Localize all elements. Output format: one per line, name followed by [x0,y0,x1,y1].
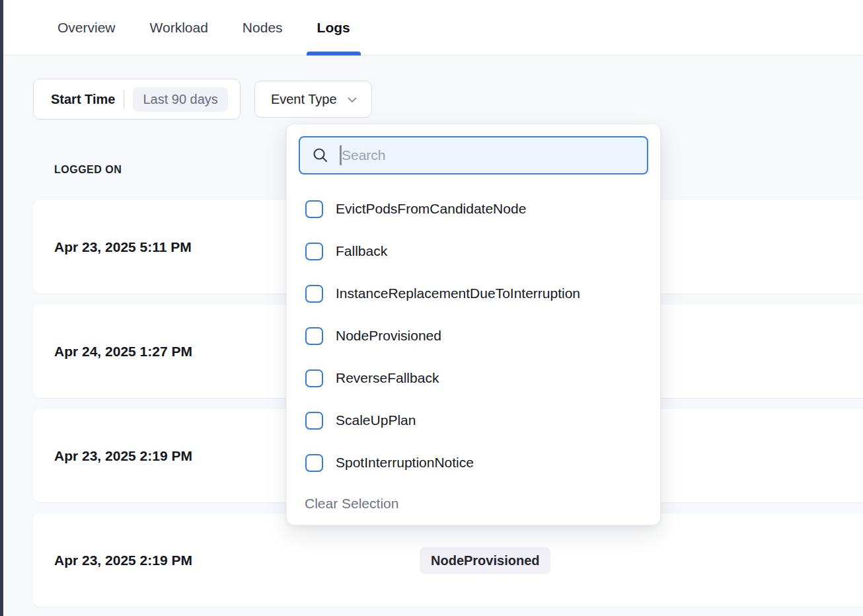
tab-overview[interactable]: Overview [47,0,126,55]
option-scaleupplan[interactable]: ScaleUpPlan [287,399,660,442]
option-fallback[interactable]: Fallback [287,230,660,272]
logged-on-timestamp: Apr 23, 2025 2:19 PM [54,448,192,464]
event-type-dropdown: EvictPodsFromCandidateNode Fallback Inst… [286,124,661,525]
checkbox-unchecked[interactable] [305,454,323,472]
tab-bar: Overview Workload Nodes Logs [3,0,863,56]
table-row[interactable]: Apr 23, 2025 2:19 PM NodeProvisioned [33,514,863,607]
option-spotinterruptionnotice[interactable]: SpotInterruptionNotice [287,442,660,484]
checkbox-unchecked[interactable] [305,285,323,303]
event-type-filter-button[interactable]: Event Type [254,81,372,118]
event-type-badge: NodeProvisioned [420,547,550,574]
filter-divider [124,90,124,108]
tab-nodes[interactable]: Nodes [232,0,293,55]
option-label: NodeProvisioned [336,328,441,344]
checkbox-unchecked[interactable] [305,369,323,387]
start-time-value[interactable]: Last 90 days [133,87,227,112]
option-label: InstanceReplacementDueToInterruption [336,286,580,301]
event-type-options: EvictPodsFromCandidateNode Fallback Inst… [287,188,660,484]
search-input[interactable] [342,147,638,163]
start-time-filter[interactable]: Start Time Last 90 days [33,79,241,120]
option-evictpodsfromcandidatenode[interactable]: EvictPodsFromCandidateNode [287,188,660,230]
checkbox-unchecked[interactable] [305,412,323,430]
checkbox-unchecked[interactable] [305,200,323,218]
tab-logs[interactable]: Logs [307,0,361,55]
dropdown-search-box[interactable] [299,136,648,174]
option-instancereplacementduetointerruption[interactable]: InstanceReplacementDueToInterruption [287,272,660,315]
logged-on-timestamp: Apr 24, 2025 1:27 PM [54,344,192,360]
filter-bar: Start Time Last 90 days Event Type [33,79,372,120]
option-label: ReverseFallback [336,370,439,386]
clear-selection-button[interactable]: Clear Selection [305,496,398,512]
checkbox-unchecked[interactable] [305,243,323,260]
option-reversefallback[interactable]: ReverseFallback [287,357,660,399]
option-label: EvictPodsFromCandidateNode [336,201,526,217]
logs-page: Overview Workload Nodes Logs Start Time … [0,0,863,616]
chevron-down-icon [345,93,359,107]
start-time-label: Start Time [51,92,115,107]
option-label: ScaleUpPlan [336,412,416,428]
logged-on-timestamp: Apr 23, 2025 5:11 PM [54,239,192,255]
option-nodeprovisioned[interactable]: NodeProvisioned [287,315,660,357]
option-label: Fallback [336,243,387,259]
option-label: SpotInterruptionNotice [336,455,474,471]
column-header-logged-on: LOGGED ON [54,164,122,176]
tab-workload[interactable]: Workload [139,0,219,55]
checkbox-unchecked[interactable] [305,327,323,345]
event-type-label: Event Type [271,92,337,107]
search-icon [311,146,330,165]
logged-on-timestamp: Apr 23, 2025 2:19 PM [54,553,192,568]
